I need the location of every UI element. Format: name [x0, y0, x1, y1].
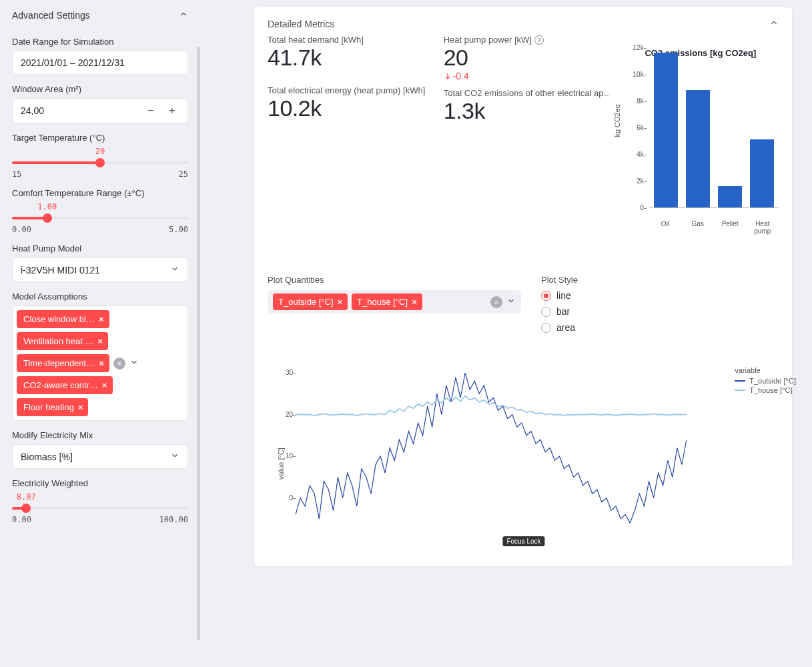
chevron-down-icon: [170, 264, 179, 275]
hp-model-select[interactable]: i-32V5H MIDI 0121: [12, 257, 188, 282]
card-title: Detailed Metrics: [268, 19, 334, 29]
date-range-input[interactable]: 2021/01/01 – 2021/12/31: [12, 51, 188, 75]
chart-legend: variable T_outside [°C] T_house [°C]: [735, 366, 796, 396]
tag-t-outside[interactable]: T_outside [°C]×: [273, 293, 348, 310]
main-content: Detailed Metrics Total heat demand [kWh]…: [200, 0, 812, 667]
plus-button[interactable]: +: [165, 105, 179, 117]
assumptions-label: Model Assumptions: [12, 291, 188, 301]
hp-model-value: i-32V5H MIDI 0121: [21, 265, 100, 275]
close-icon[interactable]: ×: [338, 297, 343, 307]
elec-mix-value: Biomass [%]: [21, 452, 73, 462]
comfort-range-slider[interactable]: 1.00 0.00 5.00: [12, 202, 188, 234]
elec-weight-slider[interactable]: 8.07 0.00 100.00: [12, 492, 188, 524]
co2-bar-chart: CO2 emissions [kg CO2eq] kg CO2eq 02k4k6…: [623, 35, 779, 235]
assumptions-multiselect[interactable]: Close window bl…× Ventilation heat …× Ti…: [12, 305, 188, 421]
target-temp-slider[interactable]: 20 15 25: [12, 147, 188, 179]
tag-floor-heating[interactable]: Floor heating×: [17, 398, 88, 416]
bar: [750, 139, 774, 207]
clear-all-icon[interactable]: ×: [490, 296, 502, 308]
minus-button[interactable]: −: [143, 105, 158, 117]
clear-all-icon[interactable]: ×: [113, 358, 125, 370]
target-temp-value: 20: [95, 147, 105, 156]
bar: [686, 90, 710, 207]
plot-quantities-label: Plot Quantities: [268, 275, 521, 285]
detailed-metrics-card: Detailed Metrics Total heat demand [kWh]…: [254, 7, 793, 567]
metric-elec-energy: Total electrical energy (heat pump) [kWh…: [268, 85, 430, 121]
plot-quantities-select[interactable]: T_outside [°C]× T_house [°C]× ×: [268, 290, 521, 313]
slider-max: 5.00: [169, 225, 188, 234]
close-icon[interactable]: ×: [99, 358, 104, 368]
temperature-line-chart[interactable]: value [°C] 0102030 variable T_outside [°…: [268, 366, 780, 553]
sidebar: Advanced Settings Date Range for Simulat…: [0, 0, 200, 667]
target-temp-label: Target Temperature (°C): [12, 133, 188, 143]
y-axis-label: kg CO2eq: [613, 104, 621, 137]
elec-mix-label: Modify Electricity Mix: [12, 430, 188, 440]
tag-t-house[interactable]: T_house [°C]×: [352, 293, 422, 310]
date-range-label: Date Range for Simulation: [12, 37, 188, 47]
tag-co2-aware[interactable]: CO2-aware contr…×: [17, 376, 113, 394]
delta-down: -0.4: [444, 71, 609, 81]
chevron-down-icon[interactable]: [506, 296, 516, 307]
close-icon[interactable]: ×: [78, 402, 83, 412]
help-icon[interactable]: ?: [534, 35, 544, 45]
elec-weight-value: 8.07: [17, 492, 36, 502]
metric-hp-power: Heat pump power [kW] ? 20 -0.4: [444, 35, 609, 81]
close-icon[interactable]: ×: [412, 297, 417, 307]
bar: [718, 186, 742, 207]
slider-min: 0.00: [12, 515, 31, 524]
comfort-value: 1.00: [37, 202, 57, 211]
plot-style-radio-group: linebararea: [541, 290, 675, 333]
comfort-range-label: Comfort Temperature Range (±°C): [12, 188, 188, 198]
card-expander[interactable]: Detailed Metrics: [268, 15, 779, 35]
radio-bar[interactable]: bar: [541, 306, 675, 317]
chevron-up-icon: [769, 18, 779, 29]
close-icon[interactable]: ×: [98, 336, 103, 346]
window-area-label: Window Area (m²): [12, 84, 188, 94]
slider-max: 25: [179, 169, 188, 179]
date-range-value: 2021/01/01 – 2021/12/31: [21, 57, 125, 68]
tag-close-window-blinds[interactable]: Close window bl…×: [17, 310, 109, 328]
metric-co2-other: Total CO2 emissions of other electrical …: [444, 88, 609, 124]
slider-min: 0.00: [12, 225, 31, 234]
chevron-down-icon[interactable]: [129, 358, 139, 369]
section-title: Advanced Settings: [12, 10, 90, 21]
chevron-up-icon: [179, 9, 188, 21]
close-icon[interactable]: ×: [99, 314, 104, 324]
window-area-value: 24,00: [21, 105, 44, 116]
plot-style-label: Plot Style: [541, 275, 675, 285]
radio-line[interactable]: line: [541, 290, 675, 301]
hp-model-label: Heat Pump Model: [12, 243, 188, 253]
tag-time-dependent[interactable]: Time-dependent…×: [17, 354, 109, 372]
close-icon[interactable]: ×: [102, 380, 107, 390]
advanced-settings-header[interactable]: Advanced Settings: [12, 0, 188, 27]
window-area-input[interactable]: 24,00 − +: [12, 98, 188, 123]
tag-ventilation-heat[interactable]: Ventilation heat …×: [17, 332, 108, 350]
slider-min: 15: [12, 169, 21, 179]
elec-mix-select[interactable]: Biomass [%]: [12, 444, 188, 469]
bar: [654, 53, 678, 207]
elec-weight-label: Electricity Weighted: [12, 478, 188, 488]
chevron-down-icon: [170, 451, 179, 462]
focus-lock-toolbar[interactable]: Focus Lock: [502, 536, 544, 546]
metric-heat-demand: Total heat demand [kWh] 41.7k: [268, 35, 430, 71]
radio-area[interactable]: area: [541, 322, 675, 333]
slider-max: 100.00: [159, 515, 188, 524]
